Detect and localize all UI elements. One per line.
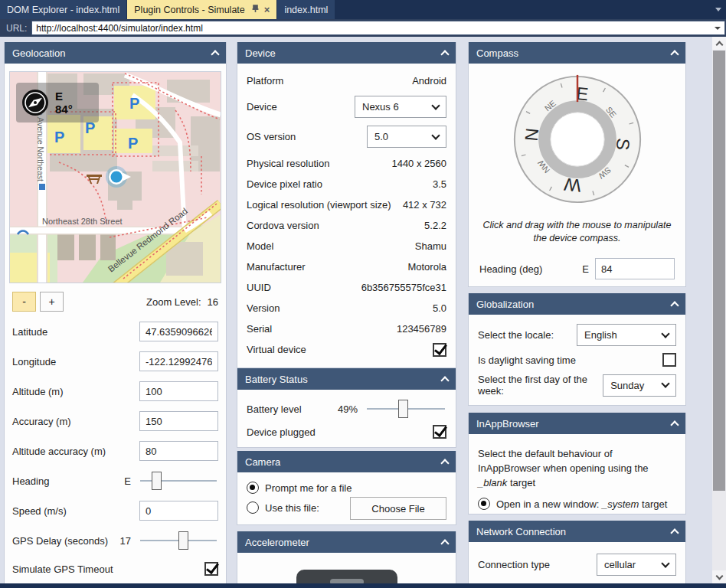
collapse-icon[interactable]	[440, 376, 449, 384]
info-label: Version	[247, 302, 280, 314]
network-header[interactable]: Network Connection	[469, 521, 685, 542]
gps-delay-slider[interactable]	[139, 531, 218, 550]
overlay-direction: E	[55, 90, 73, 103]
altitude-input[interactable]	[139, 381, 218, 401]
geolocation-header[interactable]: Geolocation	[5, 42, 226, 64]
info-value: 5.2.2	[424, 220, 446, 231]
prompt-file-radio[interactable]	[247, 482, 259, 494]
locale-label: Select the locale:	[478, 329, 554, 341]
network-connection-panel: Network Connection Connection type cellu…	[468, 521, 686, 588]
battery-status-panel: Battery Status Battery level 49% Device …	[237, 368, 456, 448]
tab-label: DOM Explorer - index.html	[7, 5, 119, 15]
altitude-label: Altitude (m)	[12, 386, 63, 397]
virtual-device-checkbox[interactable]	[433, 343, 446, 357]
panel-title: Globalization	[476, 299, 534, 310]
compass-dial[interactable]: N NE E SE S SW W NW	[510, 71, 645, 207]
compass-header[interactable]: Compass	[469, 42, 685, 64]
heading-slider[interactable]	[139, 471, 218, 491]
locale-select[interactable]: English	[577, 324, 676, 346]
collapse-icon[interactable]	[670, 301, 679, 309]
device-select[interactable]: Nexus 6	[355, 96, 446, 118]
collapse-icon[interactable]	[670, 420, 679, 429]
gps-timeout-checkbox[interactable]	[204, 562, 218, 576]
inappbrowser-description: Select the default behaviour of InAppBro…	[478, 446, 676, 490]
device-header[interactable]: Device	[237, 42, 456, 64]
collapse-icon[interactable]	[440, 50, 449, 58]
pin-icon[interactable]	[251, 5, 260, 15]
device-plugged-checkbox[interactable]	[433, 425, 446, 439]
first-day-select-value: Sunday	[610, 380, 644, 391]
collapse-icon[interactable]	[440, 539, 449, 547]
parking-icon: P	[129, 95, 139, 112]
heading-slider-thumb[interactable]	[152, 472, 162, 490]
battery-level-slider[interactable]	[365, 399, 446, 419]
inappbrowser-header[interactable]: InAppBrowser	[469, 413, 685, 434]
accelerometer-panel: Accelerometer	[237, 531, 456, 588]
use-file-radio[interactable]	[247, 501, 259, 514]
scroll-up-button[interactable]	[712, 37, 726, 50]
info-value: 1440 x 2560	[391, 158, 446, 169]
vertical-scrollbar[interactable]	[712, 37, 726, 583]
first-day-select[interactable]: Sunday	[603, 374, 676, 397]
scrollbar-thumb[interactable]	[713, 51, 725, 491]
gps-delay-label: GPS Delay (seconds)	[12, 535, 108, 547]
tab-dom-explorer[interactable]: DOM Explorer - index.html	[0, 0, 126, 19]
globalization-panel: Globalization Select the locale: English…	[468, 293, 686, 406]
info-label: Logical resolution (viewport size)	[247, 199, 391, 211]
url-combobox[interactable]: http://localhost:4400/simulator/index.ht…	[31, 21, 725, 35]
globalization-header[interactable]: Globalization	[469, 293, 685, 315]
os-version-select[interactable]: 5.0	[367, 126, 446, 148]
map-compass-overlay: E 84°	[16, 83, 99, 122]
tab-index-html[interactable]: index.html	[277, 0, 335, 19]
chevron-down-icon	[715, 572, 723, 580]
tab-overflow-icon[interactable]	[715, 8, 721, 11]
url-value[interactable]: http://localhost:4400/simulator/index.ht…	[32, 23, 715, 34]
dst-checkbox[interactable]	[662, 353, 676, 367]
parking-icon: P	[54, 129, 64, 145]
connection-type-select[interactable]: cellular	[597, 554, 676, 576]
heading-deg-input[interactable]	[595, 258, 675, 279]
chevron-down-icon	[431, 131, 440, 139]
close-icon[interactable]: ×	[264, 4, 270, 15]
accelerometer-header[interactable]: Accelerometer	[237, 531, 456, 553]
camera-panel: Camera Prompt me for a file Use this fil…	[237, 451, 456, 525]
choose-file-button[interactable]: Choose File	[350, 497, 446, 520]
info-label: Device pixel ratio	[247, 178, 322, 190]
zoom-out-button[interactable]: -	[12, 292, 36, 312]
info-label: Manufacturer	[247, 261, 306, 273]
speed-label: Speed (m/s)	[12, 505, 67, 517]
url-dropdown-icon[interactable]	[715, 27, 721, 30]
tab-plugin-controls[interactable]: Plugin Controls - Simulate ×	[127, 0, 276, 19]
longitude-input[interactable]	[139, 351, 218, 371]
inappbrowser-panel: InAppBrowser Select the default behaviou…	[468, 413, 686, 514]
panel-title: Accelerometer	[245, 537, 309, 548]
zoom-in-button[interactable]: +	[40, 292, 64, 312]
collapse-icon[interactable]	[211, 50, 219, 58]
info-label: UUID	[247, 282, 271, 293]
collapse-icon[interactable]	[670, 528, 679, 537]
info-value: Shamu	[415, 240, 446, 252]
heading-direction: E	[124, 475, 131, 487]
info-value: 123456789	[397, 323, 446, 335]
use-file-label: Use this file:	[265, 502, 319, 514]
open-iframe-label: Open in a InAppBrowser based on an ifram…	[496, 514, 676, 514]
collapse-icon[interactable]	[670, 50, 679, 58]
collapse-icon[interactable]	[440, 459, 449, 467]
tab-label: index.html	[284, 5, 328, 15]
latitude-input[interactable]	[139, 322, 218, 341]
speed-input[interactable]	[139, 501, 218, 521]
battery-slider-thumb[interactable]	[398, 400, 408, 418]
scroll-down-button[interactable]	[712, 570, 726, 583]
accuracy-input[interactable]	[139, 411, 218, 431]
panel-title: Camera	[245, 456, 280, 468]
zoom-level-label: Zoom Level:	[146, 296, 201, 308]
battery-header[interactable]: Battery Status	[237, 368, 456, 390]
camera-header[interactable]: Camera	[237, 451, 456, 472]
info-value: 412 x 732	[403, 199, 446, 211]
geolocation-map[interactable]: th Avenue Northeast Northeast 28th Stree…	[9, 71, 221, 283]
map-marker-square	[39, 184, 45, 190]
open-new-window-radio[interactable]	[478, 498, 490, 510]
altitude-accuracy-input[interactable]	[139, 441, 218, 461]
platform-value: Android	[412, 75, 446, 87]
gps-delay-slider-thumb[interactable]	[178, 531, 188, 550]
